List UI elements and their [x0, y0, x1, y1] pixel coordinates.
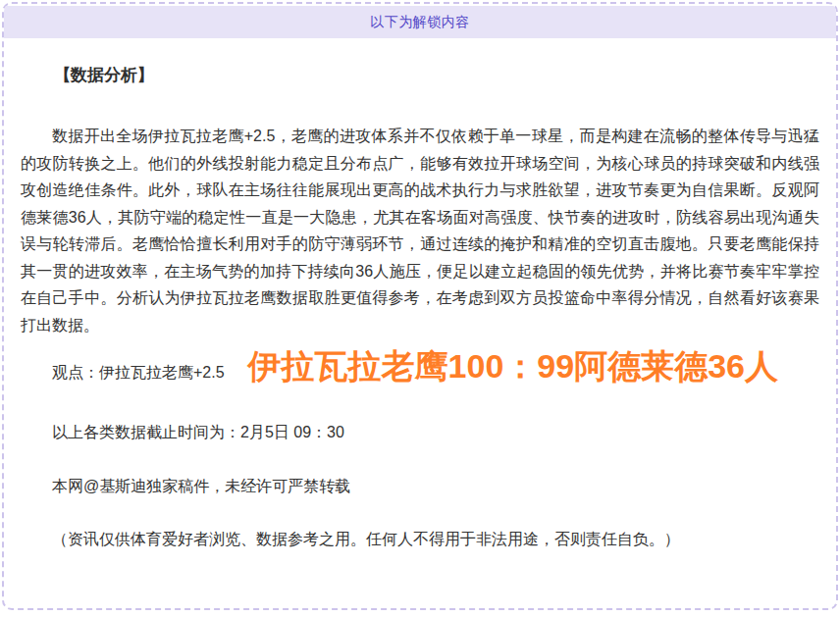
score-prediction-highlight: 伊拉瓦拉老鹰100：99阿德莱德36人 — [248, 347, 778, 385]
article-body: 【数据分析】 数据开出全场伊拉瓦拉老鹰+2.5，老鹰的进攻体系并不仅依赖于单一球… — [4, 64, 836, 553]
unlock-notice-bar: 以下为解锁内容 — [4, 6, 836, 38]
data-deadline-note: 以上各类数据截止时间为：2月5日 09：30 — [21, 419, 819, 446]
viewpoint-line: 观点：伊拉瓦拉老鹰+2.5伊拉瓦拉老鹰100：99阿德莱德36人 — [21, 344, 819, 389]
section-title-data-analysis: 【数据分析】 — [21, 64, 819, 86]
viewpoint-label: 观点：伊拉瓦拉老鹰+2.5 — [52, 364, 225, 381]
legal-disclaimer: （资讯仅供体育爱好者浏览、数据参考之用。任何人不得用于非法用途，否则责任自负。） — [21, 526, 819, 553]
unlock-notice-label: 以下为解锁内容 — [370, 14, 470, 31]
copyright-note: 本网@基斯迪独家稿件，未经许可严禁转载 — [21, 473, 819, 500]
unlocked-content-panel: 以下为解锁内容 【数据分析】 数据开出全场伊拉瓦拉老鹰+2.5，老鹰的进攻体系并… — [2, 2, 838, 610]
analysis-paragraph: 数据开出全场伊拉瓦拉老鹰+2.5，老鹰的进攻体系并不仅依赖于单一球星，而是构建在… — [21, 123, 819, 338]
